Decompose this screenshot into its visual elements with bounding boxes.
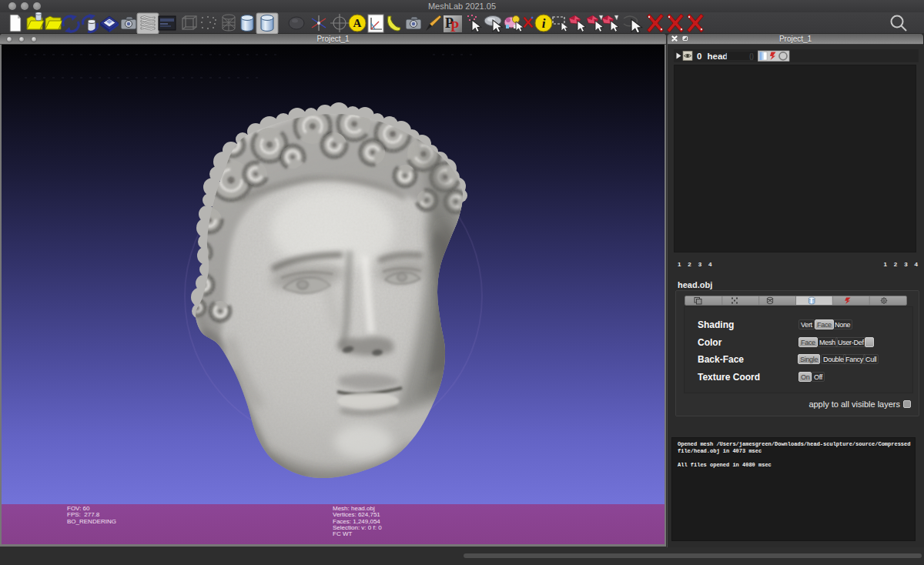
svg-text:(): ()	[749, 52, 754, 60]
svg-text:i: i	[542, 16, 546, 31]
svg-text:head: head	[708, 52, 728, 61]
svg-text:P: P	[450, 19, 459, 34]
svg-text:A: A	[353, 17, 362, 29]
svg-text:0: 0	[697, 52, 701, 61]
